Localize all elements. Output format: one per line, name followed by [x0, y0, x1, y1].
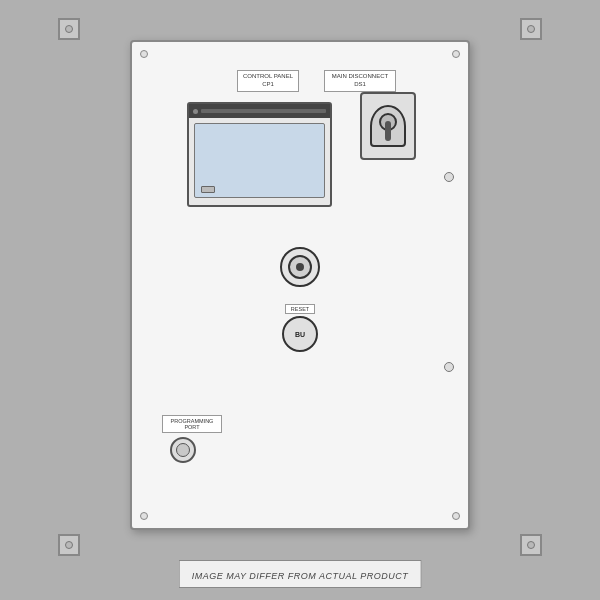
bracket-top-left	[58, 18, 80, 40]
disconnect-handle	[370, 105, 406, 147]
bracket-bottom-right	[520, 534, 542, 556]
panel-screw-tl	[140, 50, 148, 58]
disclaimer-text: IMAGE MAY DIFFER FROM ACTUAL PRODUCT	[192, 571, 409, 581]
programming-port-label: PROGRAMMING PORT	[162, 415, 222, 433]
disclaimer-box: IMAGE MAY DIFFER FROM ACTUAL PRODUCT	[179, 560, 422, 588]
rotary-outer-ring	[280, 247, 320, 287]
panel-screw-br	[452, 512, 460, 520]
page-wrapper: CONTROL PANEL CP1 MAIN DISCONNECT DS1	[0, 0, 600, 600]
hmi-header-dot	[193, 109, 198, 114]
reset-button[interactable]: BU	[282, 316, 318, 352]
disconnect-switch[interactable]	[360, 92, 416, 160]
hmi-header-bar	[201, 109, 326, 113]
panel-right-fastener-bottom	[444, 362, 454, 372]
panel-screw-tr	[452, 50, 460, 58]
bracket-bottom-left	[58, 534, 80, 556]
main-disconnect-label: MAIN DISCONNECT DS1	[324, 70, 396, 92]
programming-port-inner	[176, 443, 190, 457]
programming-port-area: PROGRAMMING PORT	[162, 415, 222, 463]
reset-button-area: RESET BU	[282, 304, 318, 352]
hmi-display[interactable]	[194, 123, 325, 198]
panel-screw-bl	[140, 512, 148, 520]
control-panel-label: CONTROL PANEL CP1	[237, 70, 299, 92]
programming-port-connector[interactable]	[170, 437, 196, 463]
rotary-selector-knob[interactable]	[280, 247, 320, 287]
main-panel: CONTROL PANEL CP1 MAIN DISCONNECT DS1	[130, 40, 470, 530]
hmi-screen-container	[187, 102, 332, 207]
panel-right-fastener-top	[444, 172, 454, 182]
reset-label: RESET	[285, 304, 315, 314]
rotary-inner-knob	[288, 255, 312, 279]
hmi-header	[189, 104, 330, 118]
bracket-top-right	[520, 18, 542, 40]
